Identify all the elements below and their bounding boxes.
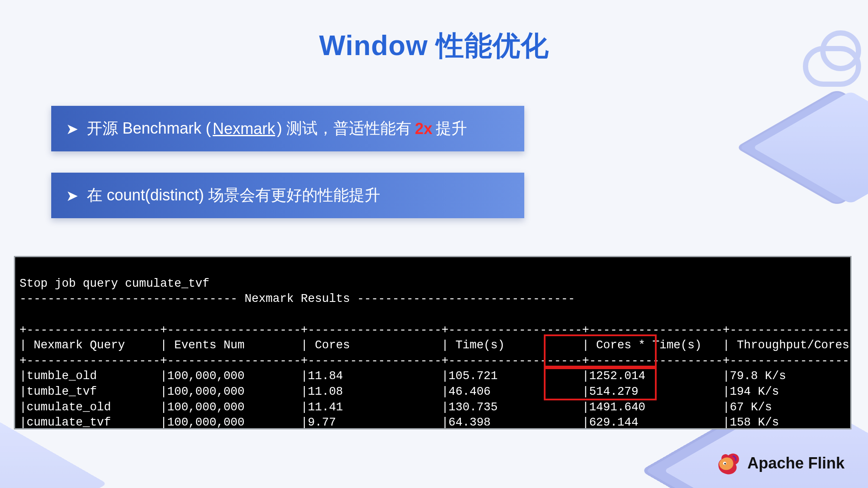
chevron-right-icon: ➤ (66, 121, 78, 136)
chevron-right-icon: ➤ (66, 188, 78, 203)
table-row: |cumulate_tvf |100,000,000 |9.77 |64.398… (20, 416, 852, 429)
bullet2-text: 在 count(distinct) 场景会有更好的性能提升 (87, 185, 380, 206)
nexmark-link[interactable]: Nexmark (213, 120, 275, 138)
terminal-output: Stop job query cumulate_tvf ------------… (14, 256, 852, 429)
bullet-count-distinct: ➤ 在 count(distinct) 场景会有更好的性能提升 (51, 173, 524, 218)
table-row: |tumble_tvf |100,000,000 |11.08 |46.406 … (20, 385, 852, 398)
footer-text: Apache Flink (747, 454, 845, 472)
terminal-line-stop: Stop job query cumulate_tvf (20, 277, 209, 290)
bullet1-highlight: 2x (415, 120, 432, 138)
footer-logo: Apache Flink (715, 451, 845, 476)
bullet1-mid: ) 测试，普适性能有 (277, 118, 411, 139)
terminal-line-banner: ------------------------------- Nexmark … (20, 292, 575, 305)
highlight-box-2 (544, 366, 657, 400)
page-title: Window 性能优化 (0, 27, 868, 65)
bullet1-post: 提升 (436, 118, 467, 139)
bullet-benchmark: ➤ 开源 Benchmark ( Nexmark ) 测试，普适性能有 2x 提… (51, 106, 524, 151)
flink-squirrel-icon (715, 451, 740, 476)
terminal-sep-mid: +-------------------+-------------------… (20, 354, 852, 367)
terminal-sep-top: +-------------------+-------------------… (20, 324, 852, 337)
bullet1-pre: 开源 Benchmark ( (87, 118, 211, 139)
svg-point-1 (724, 463, 726, 465)
table-row: |cumulate_old |100,000,000 |11.41 |130.7… (20, 401, 852, 414)
terminal-header: | Nexmark Query | Events Num | Cores | T… (20, 339, 852, 352)
highlight-box-1 (544, 334, 657, 369)
bg-decor-right-top (753, 91, 868, 204)
table-row: |tumble_old |100,000,000 |11.84 |105.721… (20, 370, 852, 383)
